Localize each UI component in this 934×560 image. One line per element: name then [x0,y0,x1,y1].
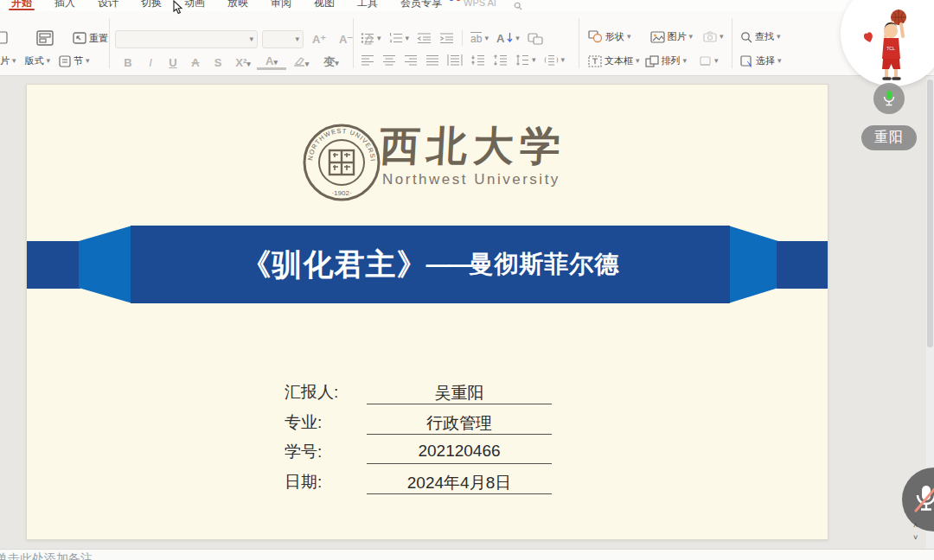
new-slide-icon[interactable] [0,31,9,45]
superscript-button[interactable]: X²▾ [229,56,257,69]
field-label: 专业: [285,411,322,434]
paragraph-group: ▾ ▾ ab▾ A▾ ▾ ▾ [359,11,575,75]
convert-smartart-icon[interactable] [528,32,543,45]
bold-button[interactable]: B [117,56,139,69]
field-value: 2024年4月8日 [367,472,552,494]
title-dash: —— [426,251,471,278]
underline-button[interactable]: U [162,56,184,69]
field-label: 日期: [285,471,322,493]
field-value: 202120466 [367,442,552,461]
font-group: ▾ ▾ A⁺ A⁻ B I U A S X²▾ A▾ ▾ 变▾ [115,11,350,75]
tab-view[interactable]: 视图 [310,0,339,11]
university-name-cn: 西北大学 [378,119,588,174]
menu-bar: 开始 插入 设计 切换 动画 放映 审阅 视图 工具 会员专享 WPS AI [0,0,934,11]
mouse-cursor [172,0,184,16]
font-color-button[interactable]: A▾ [257,54,286,70]
field-row-major[interactable]: 专业: 行政管理 [285,411,553,437]
field-underline [367,493,552,494]
text-direction-button[interactable]: A▾ [496,32,520,45]
char-border-button[interactable]: ab▾ [470,32,489,45]
justify-icon[interactable] [425,54,439,66]
tab-tools[interactable]: 工具 [353,0,382,11]
font-size-combo[interactable]: ▾ [262,30,304,48]
tab-transition[interactable]: 切换 [137,0,166,11]
field-row-student-id[interactable]: 学号: 202120466 [285,441,553,467]
line-spacing-button[interactable]: ▾ [515,54,536,66]
bullet-list-button[interactable]: ▾ [361,32,381,44]
tab-review[interactable]: 审阅 [266,0,296,11]
next-slide-icon[interactable]: ˅ [913,534,918,541]
textbox-button[interactable]: 文本框▾ [588,54,640,67]
strikethrough-button[interactable]: A [184,56,207,69]
grow-font-button[interactable]: A⁺ [308,33,330,46]
highlight-color-button[interactable]: ▾ [286,56,316,69]
tab-animation[interactable]: 动画 [180,0,209,11]
field-value: 吴重阳 [367,382,552,404]
scrollbar-thumb[interactable] [927,80,933,347]
notes-pane[interactable]: 单击此处添加备注 [0,549,934,560]
application-window: 开始 插入 设计 切换 动画 放映 审阅 视图 工具 会员专享 WPS AI 重… [0,0,934,560]
banner-arm-right [777,241,828,289]
search-icon[interactable] [514,2,522,10]
field-label: 学号: [285,441,322,463]
screenshot-button[interactable]: ▾ [703,31,724,42]
microphone-button[interactable] [873,83,905,114]
shapes-button[interactable]: 形状▾ [588,30,631,43]
arrange-button[interactable]: 排列▾ [645,54,688,67]
university-seal: NORTHWEST UNIVERSITY · XI'AN · CHINA ·19… [302,123,381,202]
banner-arm-left [27,241,80,289]
svg-text:NORTHWEST UNIVERSITY · XI'AN ·: NORTHWEST UNIVERSITY · XI'AN · CHINA [302,123,377,162]
insert-group: 形状▾ 图片▾ ▾ 文本框▾ 排列▾ ▾ [588,11,728,75]
italic-button[interactable]: I [139,56,162,69]
title-banner[interactable]: 《驯化君主》 —— 曼彻斯菲尔德 [131,226,730,303]
align-center-icon[interactable] [382,54,396,66]
section-button[interactable]: 节▾ [59,54,90,67]
tab-member[interactable]: 会员专享 [396,0,446,11]
tab-home[interactable]: 开始 [7,0,36,11]
microphone-icon [881,90,897,107]
decrease-para-spacing-icon[interactable] [493,54,508,66]
picture-button[interactable]: 图片▾ [650,30,694,43]
slide-title: 《驯化君主》 —— 曼彻斯菲尔德 [241,245,620,285]
new-slide-button[interactable]: 片▾ [0,54,16,67]
participant-name-badge: 重阳 [861,125,917,150]
divider [579,18,579,68]
muted-microphone-icon [912,483,934,516]
select-button[interactable]: 选择▾ [740,54,782,67]
shrink-font-button[interactable]: A⁻ [335,33,357,46]
wps-ai-entry[interactable]: WPS AI [450,0,496,11]
distribute-icon[interactable] [447,54,463,66]
field-value: 行政管理 [367,412,552,435]
find-button[interactable]: 查找▾ [740,30,781,43]
divider [109,18,110,68]
logo-dot-blue [450,0,453,1]
numbered-list-button[interactable]: ▾ [389,32,410,44]
tab-slideshow[interactable]: 放映 [223,0,253,11]
tab-design[interactable]: 设计 [93,0,123,11]
reset-button[interactable]: 重置 [73,32,108,45]
merge-shapes-button[interactable]: ▾ [699,55,719,67]
text-effects-button[interactable]: 变▾ [316,54,347,70]
layout-icon[interactable] [36,30,54,46]
increase-para-spacing-icon[interactable] [470,54,485,66]
menu-tabs: 开始 插入 设计 切换 动画 放映 审阅 视图 工具 会员专享 [7,0,446,11]
previous-slide-icon[interactable]: ˄ [913,522,918,529]
slide-1[interactable]: NORTHWEST UNIVERSITY · XI'AN · CHINA ·19… [26,84,828,540]
field-row-date[interactable]: 日期: 2024年4月8日 [285,471,553,497]
decrease-indent-icon[interactable] [417,32,432,44]
paragraph-settings-button[interactable]: ▾ [544,54,566,66]
ribbon-toolbar: 重置 片▾ 版式▾ 节▾ ▾ ▾ A⁺ A⁻ B I U A S [0,11,934,76]
tab-insert[interactable]: 插入 [50,0,80,11]
field-row-presenter[interactable]: 汇报人: 吴重阳 [285,381,553,407]
layout-button[interactable]: 版式▾ [25,54,51,67]
slide-group: 重置 片▾ 版式▾ 节▾ [0,11,106,75]
increase-indent-icon[interactable] [439,32,454,44]
banner-bevel-left [79,226,132,303]
editing-canvas: NORTHWEST UNIVERSITY · XI'AN · CHINA ·19… [0,76,934,560]
align-left-icon[interactable] [361,54,374,66]
text-shadow-button[interactable]: S [207,56,229,69]
font-name-combo[interactable]: ▾ [115,30,258,48]
notes-placeholder: 单击此处添加备注 [0,551,93,560]
divider [732,18,732,68]
align-right-icon[interactable] [404,54,418,66]
